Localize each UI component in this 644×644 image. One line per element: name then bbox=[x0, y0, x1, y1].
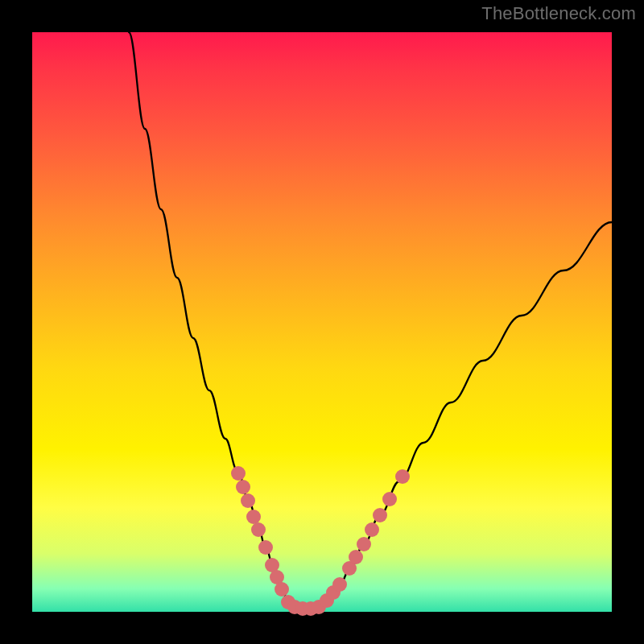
data-point bbox=[357, 537, 371, 551]
data-point bbox=[382, 492, 397, 506]
data-point bbox=[246, 510, 261, 524]
data-point bbox=[258, 540, 273, 555]
data-point bbox=[275, 582, 289, 597]
data-point bbox=[373, 508, 387, 522]
data-point bbox=[231, 466, 246, 481]
data-point bbox=[349, 550, 363, 564]
data-point bbox=[395, 469, 410, 484]
left-curve bbox=[129, 32, 290, 605]
plot-area bbox=[32, 32, 612, 612]
curve-layer bbox=[32, 32, 612, 612]
chart-frame: TheBottleneck.com bbox=[0, 0, 644, 644]
data-points bbox=[231, 466, 410, 616]
data-point bbox=[332, 577, 347, 592]
watermark-text: TheBottleneck.com bbox=[481, 3, 636, 24]
data-point bbox=[251, 522, 266, 537]
data-point bbox=[241, 493, 255, 508]
data-point bbox=[236, 480, 250, 494]
data-point bbox=[365, 522, 379, 537]
